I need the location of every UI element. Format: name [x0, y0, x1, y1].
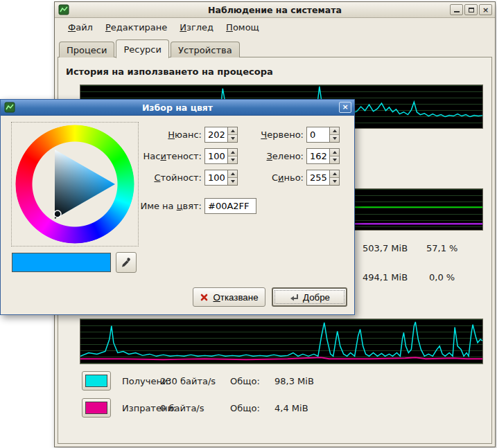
ok-icon	[289, 293, 299, 302]
eyedropper-button[interactable]	[116, 252, 137, 273]
blue-spinbox[interactable]	[306, 170, 340, 186]
saturation-value-triangle[interactable]	[15, 125, 134, 244]
menu-view[interactable]: Изглед	[173, 20, 220, 35]
swap-used-percent: 0,0 %	[429, 272, 455, 283]
tab-processes[interactable]: Процеси	[59, 42, 114, 57]
color-wheel-area[interactable]	[11, 122, 139, 247]
green-spinbox[interactable]	[306, 148, 340, 164]
network-in-line	[80, 322, 482, 356]
blue-input[interactable]	[307, 170, 329, 185]
received-total-label: Общо:	[230, 376, 260, 386]
cpu-section-heading: История на използването на процесора	[66, 66, 273, 77]
window-title: Наблюдение на системата	[55, 5, 495, 15]
received-color-swatch	[85, 375, 107, 387]
memory-used-percent: 57,1 %	[426, 243, 457, 253]
spin-up-button[interactable]	[330, 127, 339, 135]
menu-help[interactable]: Помощ	[220, 20, 265, 35]
maximize-icon	[469, 8, 474, 12]
sent-color-button[interactable]	[82, 398, 111, 418]
hue-label: Нюанс:	[98, 129, 202, 140]
spin-up-icon	[333, 151, 337, 154]
value-label: Стойност:	[98, 172, 202, 183]
swap-used-amount: 494,1 MiB	[363, 272, 408, 283]
spin-down-button[interactable]	[330, 135, 339, 142]
notebook-tabs: Процеси Ресурси Устройства	[59, 39, 241, 57]
saturation-label: Наситеност:	[98, 151, 202, 161]
tab-resources[interactable]: Ресурси	[116, 39, 169, 58]
network-history-chart	[80, 319, 483, 364]
spin-up-icon	[333, 129, 337, 132]
memory-used-amount: 503,7 MiB	[363, 243, 408, 253]
cancel-button[interactable]: Отказване	[193, 287, 265, 307]
red-spinbox[interactable]	[306, 127, 340, 143]
maximize-button[interactable]	[464, 4, 478, 15]
close-icon: ×	[482, 6, 489, 15]
received-total: 98,3 MiB	[274, 376, 314, 386]
dialog-titlebar[interactable]: Избор на цвят ×	[1, 100, 354, 116]
spin-up-button[interactable]	[330, 170, 339, 178]
ok-button[interactable]: Добре	[272, 287, 347, 307]
menubar: Файл Редактиране Изглед Помощ	[56, 19, 494, 35]
color-picker-dialog: Избор на цвят ×	[0, 99, 355, 315]
red-input[interactable]	[307, 127, 329, 142]
network-out-line	[80, 357, 482, 359]
minimize-icon	[454, 8, 460, 12]
green-input[interactable]	[307, 149, 329, 163]
tab-devices[interactable]: Устройства	[171, 42, 240, 57]
sent-total-label: Общо:	[230, 403, 260, 413]
sent-total: 4,4 MiB	[274, 403, 308, 413]
spin-down-button[interactable]	[330, 156, 339, 163]
cancel-icon	[200, 293, 209, 302]
eyedropper-icon	[121, 257, 132, 268]
color-preview	[12, 253, 111, 272]
dialog-close-icon: ×	[342, 102, 348, 111]
dialog-close-button[interactable]: ×	[339, 102, 351, 113]
color-name-input[interactable]	[204, 198, 256, 214]
spin-up-icon	[333, 172, 337, 175]
sent-color-swatch	[85, 402, 107, 414]
spin-down-icon	[333, 180, 337, 183]
spin-down-button[interactable]	[330, 178, 339, 185]
spin-down-icon	[333, 159, 337, 161]
blue-label: Синьо:	[213, 172, 304, 183]
received-rate: 230 байта/s	[160, 376, 216, 386]
sent-rate: 0 байта/s	[160, 403, 204, 413]
spin-up-button[interactable]	[330, 149, 339, 156]
main-titlebar[interactable]: Наблюдение на системата ×	[55, 2, 495, 18]
minimize-button[interactable]	[450, 4, 463, 15]
color-name-label: Име на цвят:	[98, 201, 202, 211]
menu-file[interactable]: Файл	[62, 20, 99, 35]
menu-edit[interactable]: Редактиране	[99, 20, 173, 35]
red-label: Червено:	[213, 129, 304, 140]
green-label: Зелено:	[213, 151, 304, 161]
spin-down-icon	[333, 137, 337, 140]
close-button[interactable]: ×	[479, 4, 492, 15]
received-color-button[interactable]	[82, 371, 111, 391]
dialog-title: Избор на цвят	[1, 102, 354, 113]
